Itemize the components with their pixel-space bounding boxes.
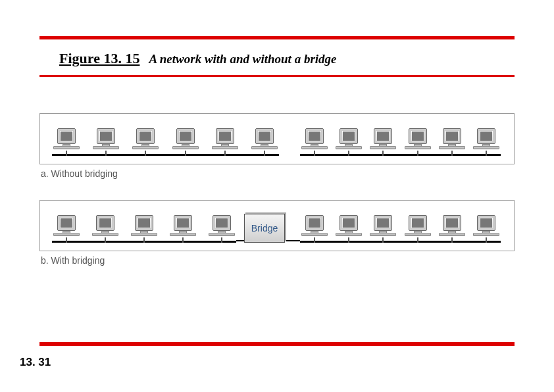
bridge-device: Bridge [244, 214, 285, 243]
figure-caption: A network with and without a bridge [149, 52, 336, 66]
bus-segment-right [300, 241, 501, 243]
bus-segment-left [52, 154, 279, 156]
figure-title-row: Figure 13. 15 A network with and without… [39, 39, 515, 74]
page-number: 13. 31 [20, 356, 51, 369]
header-rule-thin [39, 75, 515, 77]
bridge-wire-right [285, 240, 300, 241]
bus-segment-right [300, 154, 501, 156]
footer-rule [39, 342, 515, 346]
panel-with-bridging: Bridge [39, 200, 515, 251]
bridge-label: Bridge [251, 223, 278, 233]
panel-b-caption: b. With bridging [41, 255, 515, 266]
panel-a-caption: a. Without bridging [41, 168, 515, 179]
figure-number: Figure 13. 15 [59, 50, 139, 66]
panel-without-bridging [39, 113, 515, 164]
bridge-wire-left [236, 240, 244, 241]
